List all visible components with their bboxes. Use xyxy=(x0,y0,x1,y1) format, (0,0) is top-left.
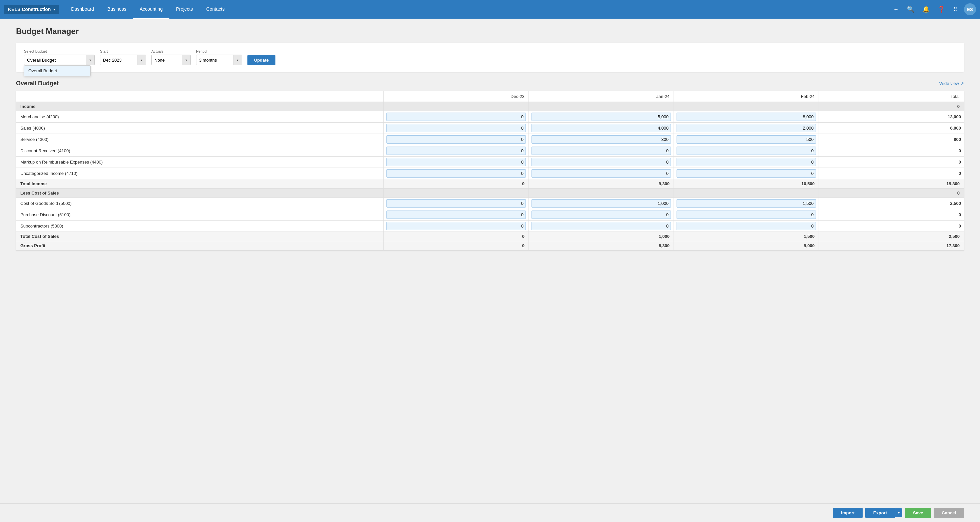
row-feb xyxy=(674,102,819,111)
select-budget-arrow[interactable]: ▾ xyxy=(86,55,94,65)
actuals-arrow[interactable]: ▾ xyxy=(182,55,190,65)
row-dec-cell xyxy=(384,221,529,232)
feb-input[interactable] xyxy=(676,135,816,144)
jan-input[interactable] xyxy=(531,169,671,178)
cancel-button[interactable]: Cancel xyxy=(934,508,964,518)
row-feb-cell xyxy=(674,134,819,145)
row-feb-cell xyxy=(674,209,819,221)
dec-input[interactable] xyxy=(387,211,526,219)
period-select[interactable]: 3 months xyxy=(196,56,233,65)
period-arrow[interactable]: ▾ xyxy=(233,55,242,65)
row-jan-cell xyxy=(528,168,674,179)
table-row: Total Cost of Sales 0 1,000 1,500 2,500 xyxy=(16,232,964,241)
select-budget-input[interactable] xyxy=(24,56,86,65)
jan-input[interactable] xyxy=(531,222,671,230)
nav-item-projects[interactable]: Projects xyxy=(169,0,200,19)
row-dec-cell xyxy=(384,157,529,168)
row-jan: 1,000 xyxy=(528,232,674,241)
jan-input[interactable] xyxy=(531,199,671,208)
export-dropdown-button[interactable]: ▾ xyxy=(895,508,902,517)
row-dec: 0 xyxy=(384,241,529,251)
dec-input[interactable] xyxy=(387,199,526,208)
feb-input[interactable] xyxy=(676,169,816,178)
nav-item-business[interactable]: Business xyxy=(101,0,133,19)
row-total: 17,300 xyxy=(819,241,964,251)
help-icon[interactable]: ❓ xyxy=(936,4,946,14)
dropdown-option-overall-budget[interactable]: Overall Budget xyxy=(24,66,91,76)
nav-item-accounting[interactable]: Accounting xyxy=(133,0,169,19)
notifications-icon[interactable]: 🔔 xyxy=(921,4,931,14)
table-row: Cost of Goods Sold (5000) 2,500 xyxy=(16,198,964,209)
row-jan-cell xyxy=(528,198,674,209)
row-label: Merchandise (4200) xyxy=(16,111,384,122)
row-label: Total Cost of Sales xyxy=(16,232,384,241)
feb-input[interactable] xyxy=(676,222,816,230)
budget-section-title: Overall Budget xyxy=(16,80,59,87)
row-jan-cell xyxy=(528,122,674,134)
jan-input[interactable] xyxy=(531,158,671,166)
row-label: Income xyxy=(16,102,384,111)
row-total: 2,500 xyxy=(819,232,964,241)
save-button[interactable]: Save xyxy=(905,508,931,518)
feb-input[interactable] xyxy=(676,199,816,208)
feb-input[interactable] xyxy=(676,124,816,132)
dec-input[interactable] xyxy=(387,169,526,178)
table-row: Sales (4000) 6,000 xyxy=(16,122,964,134)
start-wrapper: Dec 2023 ▾ xyxy=(100,55,146,65)
start-arrow[interactable]: ▾ xyxy=(137,55,146,65)
jan-input[interactable] xyxy=(531,124,671,132)
dec-input[interactable] xyxy=(387,147,526,155)
row-dec-cell xyxy=(384,209,529,221)
row-label: Service (4300) xyxy=(16,134,384,145)
row-feb-cell xyxy=(674,111,819,122)
feb-input[interactable] xyxy=(676,158,816,166)
top-navigation: KELS Construction ▾ Dashboard Business A… xyxy=(0,0,980,19)
apps-icon[interactable]: ⠿ xyxy=(951,4,959,14)
col-label xyxy=(16,91,384,102)
budget-table-body: Income 0 Merchandise (4200) 13,000 Sales… xyxy=(16,102,964,251)
start-select[interactable]: Dec 2023 xyxy=(100,56,137,65)
period-label: Period xyxy=(196,49,242,53)
dec-input[interactable] xyxy=(387,158,526,166)
row-jan-cell xyxy=(528,134,674,145)
col-feb24: Feb-24 xyxy=(674,91,819,102)
jan-input[interactable] xyxy=(531,147,671,155)
feb-input[interactable] xyxy=(676,147,816,155)
search-icon[interactable]: 🔍 xyxy=(906,4,916,14)
col-total: Total xyxy=(819,91,964,102)
add-icon[interactable]: ＋ xyxy=(892,4,900,15)
start-label: Start xyxy=(100,49,146,53)
wide-view-label: Wide view xyxy=(939,81,959,86)
company-selector[interactable]: KELS Construction ▾ xyxy=(4,5,59,14)
row-feb: 1,500 xyxy=(674,232,819,241)
jan-input[interactable] xyxy=(531,113,671,121)
dec-input[interactable] xyxy=(387,135,526,144)
period-wrapper: 3 months ▾ xyxy=(196,55,242,65)
actuals-label: Actuals xyxy=(151,49,191,53)
dec-input[interactable] xyxy=(387,222,526,230)
row-label: Discount Received (4100) xyxy=(16,145,384,157)
jan-input[interactable] xyxy=(531,135,671,144)
feb-input[interactable] xyxy=(676,113,816,121)
table-row: Total Income 0 9,300 10,500 19,800 xyxy=(16,179,964,189)
dec-input[interactable] xyxy=(387,113,526,121)
row-dec: 0 xyxy=(384,232,529,241)
avatar[interactable]: ES xyxy=(964,3,976,15)
feb-input[interactable] xyxy=(676,211,816,219)
export-button[interactable]: Export xyxy=(865,508,895,518)
row-feb xyxy=(674,189,819,198)
wide-view-link[interactable]: Wide view ↗ xyxy=(939,81,964,86)
nav-item-dashboard[interactable]: Dashboard xyxy=(64,0,101,19)
table-row: Uncategorized Income (4710) 0 xyxy=(16,168,964,179)
row-dec-cell xyxy=(384,168,529,179)
row-feb: 10,500 xyxy=(674,179,819,189)
nav-item-contacts[interactable]: Contacts xyxy=(200,0,231,19)
row-total: 0 xyxy=(819,189,964,198)
import-button[interactable]: Import xyxy=(833,508,862,518)
update-button[interactable]: Update xyxy=(247,55,275,65)
jan-input[interactable] xyxy=(531,211,671,219)
table-row: Service (4300) 800 xyxy=(16,134,964,145)
actuals-select[interactable]: None xyxy=(152,56,182,65)
dec-input[interactable] xyxy=(387,124,526,132)
row-total: 0 xyxy=(819,168,964,179)
